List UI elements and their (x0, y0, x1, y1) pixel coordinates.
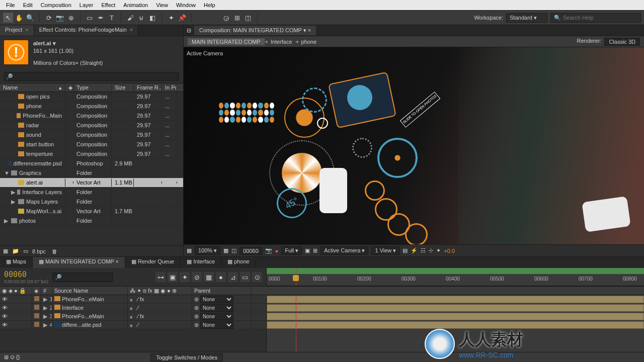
zoom-tool[interactable]: 🔍 (25, 13, 35, 23)
viewer-nav-icon[interactable]: ⊟ (184, 27, 194, 34)
eraser-tool[interactable]: ◧ (147, 13, 157, 23)
time-ruler[interactable]: 0000001000020000300004000050000600007000… (267, 268, 644, 286)
menu-layer[interactable]: Layer (75, 2, 98, 8)
project-item[interactable]: ▼ GraphicsFolder (0, 168, 183, 178)
trash-icon[interactable]: 🗑 (52, 248, 57, 254)
brainstorm-icon[interactable]: ▦ (204, 272, 214, 282)
mask-icon[interactable]: ◫ (231, 247, 236, 254)
timeline-tab[interactable]: ▦ Interface (181, 257, 221, 268)
timeline-tab[interactable]: ▦ Render Queue (125, 257, 181, 268)
project-item[interactable]: differencematte.psdPhotoshop2.9 MB (0, 159, 183, 168)
col-source-name[interactable]: Source Name (52, 287, 128, 295)
resolution-select[interactable]: Full ▾ (281, 246, 302, 255)
crumb-phone[interactable]: phone (298, 39, 320, 45)
tab-project[interactable]: Project (0, 25, 34, 36)
comp-mini-flowchart-icon[interactable]: ⊶ (155, 272, 166, 282)
col-framerate[interactable]: Frame R... (134, 83, 162, 92)
frame-blend-icon[interactable]: ✦ (180, 272, 190, 282)
guides-icon[interactable]: ⊞ (313, 247, 317, 254)
project-item[interactable]: ▶ Maps LayersFolder (0, 197, 183, 207)
pixel-aspect-icon[interactable]: ▤ (403, 247, 408, 254)
camera-select[interactable]: Active Camera ▾ (320, 246, 368, 255)
project-item[interactable]: ▶ Interface LayersFolder (0, 188, 183, 197)
parent-select[interactable]: None (200, 304, 233, 312)
project-search-input[interactable] (4, 72, 179, 81)
toggle-switch-icon[interactable]: ⊞ ⊙ {} (4, 354, 20, 360)
draft-3d-icon[interactable]: ▣ (168, 272, 178, 282)
shape-tool[interactable]: ▭ (85, 13, 95, 23)
timeline-tracks[interactable] (267, 295, 644, 352)
exposure-value[interactable]: +0.0 (444, 248, 455, 254)
camera-tool[interactable]: 📷 (55, 13, 65, 23)
crumb-main[interactable]: MAIN INTEGRATED COMP (188, 38, 265, 45)
cti-indicator-icon[interactable] (293, 275, 299, 281)
layer-row[interactable]: 👁▶ 2 Interface⁎ ∕ ⊚ None (0, 304, 266, 312)
help-search-input[interactable] (563, 15, 637, 21)
rotation-tool[interactable]: ⟳ (44, 13, 54, 23)
comp-flowchart-icon[interactable]: ⊹ (429, 247, 433, 254)
layer-row[interactable]: 👁▶ 4 differe...atte.psd⁎ ∕ ⊚ None (0, 321, 266, 329)
comp-button-icon[interactable]: ▭ (240, 272, 250, 282)
views-select[interactable]: 1 View ▾ (371, 246, 399, 255)
pen-tool[interactable]: ✒ (96, 13, 106, 23)
col-tag[interactable]: ◈ (65, 83, 73, 92)
timeline-tab[interactable]: ▦ MAIN INTEGRATED COMP × (33, 257, 125, 268)
clone-tool[interactable]: ⊌ (136, 13, 146, 23)
view-axis-icon[interactable]: ◫ (243, 13, 253, 23)
menu-animation[interactable]: Animation (119, 2, 152, 8)
timeline-search[interactable]: 🔎 (52, 273, 113, 282)
current-frame[interactable]: 00060 (239, 247, 262, 255)
timecode[interactable]: 00060 (4, 270, 48, 279)
crumb-interface[interactable]: Interface (268, 39, 295, 45)
text-tool[interactable]: T (107, 13, 117, 23)
col-inpoint[interactable]: In Po... (162, 83, 177, 92)
motion-blur-icon[interactable]: ⊘ (192, 272, 202, 282)
project-item[interactable]: tempertureComposition29.97... (0, 149, 183, 159)
viewer-tab[interactable]: Composition: MAIN INTEGRATED COMP ▾ × (194, 26, 316, 35)
col-name[interactable]: Name▴ (0, 83, 65, 92)
tab-effect-controls[interactable]: Effect Controls: PhoneFootageMain (34, 25, 139, 36)
help-search[interactable]: 🔍 (550, 13, 641, 23)
menu-edit[interactable]: Edit (19, 2, 37, 8)
playhead-line[interactable] (296, 295, 296, 352)
renderer-select[interactable]: Classic 3D (604, 38, 640, 46)
interpret-icon[interactable]: ▦ (3, 248, 8, 254)
col-size[interactable]: Size (112, 83, 134, 92)
parent-select[interactable]: None (200, 296, 233, 303)
timeline-tab[interactable]: ▦ phone (221, 257, 256, 268)
transparency-icon[interactable]: ▩ (223, 247, 228, 254)
local-axis-icon[interactable]: ◶ (221, 13, 231, 23)
snapshot-icon[interactable]: 📷 (265, 247, 272, 254)
menu-help[interactable]: Help (200, 2, 219, 8)
project-item[interactable]: ▶ photosFolder (0, 216, 183, 226)
puppet-tool[interactable]: 📌 (177, 13, 187, 23)
selection-tool[interactable]: ↖ (3, 13, 13, 23)
project-item[interactable]: soundComposition29.97... (0, 130, 183, 140)
workspace-select[interactable]: Standard ▾ (506, 13, 547, 23)
parent-select[interactable]: None (200, 321, 233, 329)
new-folder-icon[interactable]: 📁 (12, 248, 19, 254)
timeline-icon[interactable]: ☷ (421, 247, 426, 254)
project-item[interactable]: radarComposition29.97... (0, 121, 183, 130)
shy-icon[interactable]: ⊙ (252, 272, 262, 282)
menu-window[interactable]: Window (172, 2, 200, 8)
new-comp-icon[interactable]: ▭ (23, 248, 28, 254)
menu-view[interactable]: View (152, 2, 172, 8)
timeline-tab[interactable]: ▦ Maps (0, 257, 33, 268)
project-item[interactable]: open picsComposition29.97... (0, 92, 183, 102)
parent-select[interactable]: None (200, 313, 233, 320)
project-item[interactable]: PhoneFo...MainComposition29.97... (0, 111, 183, 121)
project-item[interactable]: MapWorl...s.aiVector Art1.7 MB (0, 207, 183, 216)
menu-composition[interactable]: Composition (37, 2, 75, 8)
channel-icon[interactable]: ● (275, 248, 279, 254)
layer-row[interactable]: 👁▶ 1 PhoneFo...eMain⁎ ∕ fx⊚ None (0, 295, 266, 304)
col-parent[interactable]: Parent (192, 287, 252, 295)
zoom-select[interactable]: 100% ▾ (195, 246, 220, 255)
hand-tool[interactable]: ✋ (14, 13, 24, 23)
grid-icon[interactable]: ▦ (187, 247, 192, 254)
menu-file[interactable]: File (2, 2, 19, 8)
graph-editor-icon[interactable]: ⊿ (228, 272, 238, 282)
toggle-switches-button[interactable]: Toggle Switches / Modes (150, 353, 223, 361)
menu-effect[interactable]: Effect (97, 2, 119, 8)
fast-preview-icon[interactable]: ⚡ (411, 247, 418, 254)
